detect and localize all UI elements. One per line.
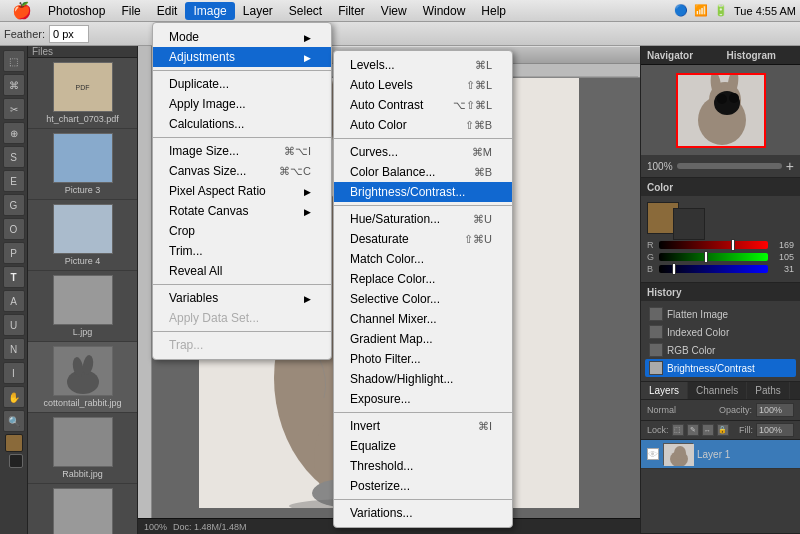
lock-all-icon[interactable]: 🔒 — [717, 424, 729, 436]
feather-input[interactable] — [49, 25, 89, 43]
menu-filter[interactable]: Filter — [330, 2, 373, 20]
tool-zoom[interactable]: 🔍 — [3, 410, 25, 432]
layer-row[interactable]: 👁 Layer 1 — [641, 440, 800, 469]
menu-select[interactable]: Select — [281, 2, 330, 20]
menu-layer[interactable]: Layer — [235, 2, 281, 20]
adj-replace-color[interactable]: Replace Color... — [334, 269, 512, 289]
tool-healing[interactable]: ⊕ — [3, 122, 25, 144]
image-menu-canvas-size[interactable]: Canvas Size... ⌘⌥C — [153, 161, 331, 181]
adj-gradient-map[interactable]: Gradient Map... — [334, 329, 512, 349]
tool-eraser[interactable]: E — [3, 170, 25, 192]
tool-hand[interactable]: ✋ — [3, 386, 25, 408]
adj-equalize[interactable]: Equalize — [334, 436, 512, 456]
image-menu-variables[interactable]: Variables — [153, 288, 331, 308]
tool-pen[interactable]: P — [3, 242, 25, 264]
list-item[interactable]: PDF ht_chart_0703.pdf — [28, 58, 137, 129]
image-menu-trim[interactable]: Trim... — [153, 241, 331, 261]
lock-image-icon[interactable]: ✎ — [687, 424, 699, 436]
adj-variations[interactable]: Variations... — [334, 503, 512, 523]
zoom-plus-icon[interactable]: + — [786, 158, 794, 174]
list-item[interactable]: Rabbit.jpg — [28, 413, 137, 484]
image-menu-apply-dataset[interactable]: Apply Data Set... — [153, 308, 331, 328]
zoom-slider[interactable] — [677, 163, 782, 169]
tool-crop[interactable]: ✂ — [3, 98, 25, 120]
menu-view[interactable]: View — [373, 2, 415, 20]
list-item[interactable]: Picture 4 — [28, 200, 137, 271]
tab-channels[interactable]: Channels — [688, 382, 747, 399]
bg-color-swatch[interactable] — [9, 454, 23, 468]
adj-hue-saturation[interactable]: Hue/Saturation... ⌘U — [334, 209, 512, 229]
doc-size: Doc: 1.48M/1.48M — [173, 522, 247, 532]
tool-path-select[interactable]: A — [3, 290, 25, 312]
adj-brightness-contrast[interactable]: Brightness/Contrast... — [334, 182, 512, 202]
menu-photoshop[interactable]: Photoshop — [40, 2, 113, 20]
fill-input[interactable] — [756, 423, 794, 437]
list-item[interactable]: url.jpg — [28, 484, 137, 534]
image-menu-crop[interactable]: Crop — [153, 221, 331, 241]
adj-exposure[interactable]: Exposure... — [334, 389, 512, 409]
history-item-brightness[interactable]: Brightness/Contrast — [645, 359, 796, 377]
adj-levels[interactable]: Levels... ⌘L — [334, 55, 512, 75]
image-menu-image-size[interactable]: Image Size... ⌘⌥I — [153, 141, 331, 161]
fg-color-swatch[interactable] — [5, 434, 23, 452]
adj-threshold[interactable]: Threshold... — [334, 456, 512, 476]
file-thumb-ljpg — [53, 275, 113, 325]
adj-auto-contrast[interactable]: Auto Contrast ⌥⇧⌘L — [334, 95, 512, 115]
image-menu-reveal-all[interactable]: Reveal All — [153, 261, 331, 281]
tool-text[interactable]: T — [3, 266, 25, 288]
tab-layers[interactable]: Layers — [641, 382, 688, 399]
image-menu[interactable]: Mode Adjustments Duplicate... Apply Imag… — [152, 22, 332, 360]
layer-visibility-icon[interactable]: 👁 — [647, 448, 659, 460]
adj-auto-color[interactable]: Auto Color ⇧⌘B — [334, 115, 512, 135]
tool-eyedropper[interactable]: I — [3, 362, 25, 384]
image-menu-calculations[interactable]: Calculations... — [153, 114, 331, 134]
lock-transparent-icon[interactable]: ⬚ — [672, 424, 684, 436]
image-menu-pixel-aspect[interactable]: Pixel Aspect Ratio — [153, 181, 331, 201]
history-item-indexed[interactable]: Indexed Color — [645, 323, 796, 341]
adj-photo-filter[interactable]: Photo Filter... — [334, 349, 512, 369]
list-item[interactable]: L.jpg — [28, 271, 137, 342]
tool-marquee[interactable]: ⬚ — [3, 50, 25, 72]
tool-clone[interactable]: S — [3, 146, 25, 168]
adjustments-menu[interactable]: Levels... ⌘L Auto Levels ⇧⌘L Auto Contra… — [333, 50, 513, 528]
list-item[interactable]: Picture 3 — [28, 129, 137, 200]
image-menu-duplicate[interactable]: Duplicate... — [153, 74, 331, 94]
lock-position-icon[interactable]: ↔ — [702, 424, 714, 436]
background-swatch[interactable] — [673, 208, 705, 240]
adj-desaturate[interactable]: Desaturate ⇧⌘U — [334, 229, 512, 249]
tool-notes[interactable]: N — [3, 338, 25, 360]
image-menu-apply-image[interactable]: Apply Image... — [153, 94, 331, 114]
apple-menu[interactable]: 🍎 — [4, 1, 40, 20]
adj-auto-levels[interactable]: Auto Levels ⇧⌘L — [334, 75, 512, 95]
menu-image[interactable]: Image — [185, 2, 234, 20]
adj-shadow-highlight[interactable]: Shadow/Highlight... — [334, 369, 512, 389]
tool-shape[interactable]: U — [3, 314, 25, 336]
tool-gradient[interactable]: G — [3, 194, 25, 216]
red-slider[interactable] — [659, 241, 768, 249]
menu-help[interactable]: Help — [473, 2, 514, 20]
image-menu-mode[interactable]: Mode — [153, 27, 331, 47]
adj-invert[interactable]: Invert ⌘I — [334, 416, 512, 436]
menu-window[interactable]: Window — [415, 2, 474, 20]
adj-channel-mixer[interactable]: Channel Mixer... — [334, 309, 512, 329]
adj-match-color[interactable]: Match Color... — [334, 249, 512, 269]
menu-edit[interactable]: Edit — [149, 2, 186, 20]
history-icon-brightness — [649, 361, 663, 375]
history-item-flatten[interactable]: Flatten Image — [645, 305, 796, 323]
adj-selective-color[interactable]: Selective Color... — [334, 289, 512, 309]
tab-paths[interactable]: Paths — [747, 382, 790, 399]
menu-file[interactable]: File — [113, 2, 148, 20]
image-menu-rotate-canvas[interactable]: Rotate Canvas — [153, 201, 331, 221]
history-item-rgb[interactable]: RGB Color — [645, 341, 796, 359]
green-slider[interactable] — [659, 253, 768, 261]
adj-curves[interactable]: Curves... ⌘M — [334, 142, 512, 162]
image-menu-adjustments[interactable]: Adjustments — [153, 47, 331, 67]
adj-color-balance[interactable]: Color Balance... ⌘B — [334, 162, 512, 182]
blue-slider[interactable] — [659, 265, 768, 273]
tool-dodge[interactable]: O — [3, 218, 25, 240]
tool-lasso[interactable]: ⌘ — [3, 74, 25, 96]
adj-posterize[interactable]: Posterize... — [334, 476, 512, 496]
opacity-input[interactable] — [756, 403, 794, 417]
list-item[interactable]: cottontail_rabbit.jpg — [28, 342, 137, 413]
image-menu-trap[interactable]: Trap... — [153, 335, 331, 355]
